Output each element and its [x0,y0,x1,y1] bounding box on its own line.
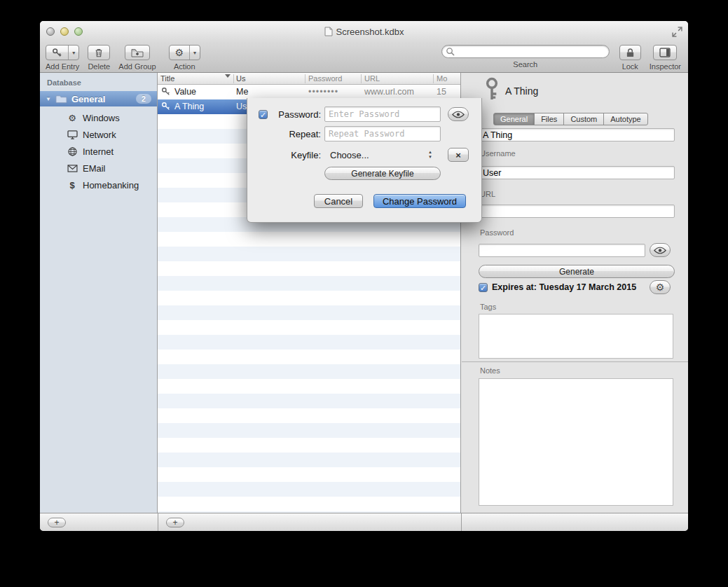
eye-icon [452,111,465,118]
search-input[interactable] [441,45,610,58]
sheet-password-label: Password: [247,109,321,120]
column-header-username[interactable]: Us [236,74,245,83]
trash-icon [94,48,104,58]
sheet-reveal-password-button[interactable] [448,107,469,121]
change-password-button[interactable]: Change Password [373,194,466,208]
search-icon [446,47,455,56]
group-label: General [71,94,105,104]
action-button[interactable]: ⚙ ▾ [169,45,201,60]
action-label: Action [174,62,195,71]
expires-checkbox[interactable]: ✓ [479,283,488,292]
cancel-button[interactable]: Cancel [314,194,363,208]
section-divider [462,361,688,362]
sort-arrow-icon [225,74,231,78]
url-field[interactable] [479,205,675,218]
generate-keyfile-button[interactable]: Generate Keyfile [324,167,441,180]
sidebar-header: Database [47,78,81,87]
toolbar: ▾ Add Entry Delete Add Group ⚙ ▾ Action [40,42,688,73]
gear-icon: ⚙ [175,48,184,57]
gear-icon: ⚙ [656,282,665,292]
eye-icon [654,247,666,254]
tags-input[interactable] [479,314,673,359]
tab-general[interactable]: General [493,113,535,125]
key-icon [161,102,171,111]
sheet-password-input[interactable] [324,106,441,122]
tab-custom[interactable]: Custom [563,113,604,125]
password-field[interactable] [479,244,645,257]
inspector-label: Inspector [650,62,681,71]
inspector-tabs: General Files Custom Autotype [493,113,648,125]
tab-autotype[interactable]: Autotype [603,113,647,125]
sidebar-group-general[interactable]: ▼ General 2 [40,91,157,106]
tab-files[interactable]: Files [534,113,564,125]
folder-icon [55,95,67,104]
sidebar-item-email[interactable]: EMail [40,161,157,175]
title-field[interactable] [479,128,675,141]
entry-key-icon [481,76,502,102]
lock-label: Lock [622,62,638,71]
sheet-repeat-input[interactable] [324,126,441,141]
add-entry-button[interactable]: ▾ [46,45,79,60]
fullscreen-icon[interactable] [672,27,682,37]
disclosure-triangle-icon[interactable]: ▼ [46,96,51,102]
entry-row[interactable]: Value Me •••••••• www.url.com 15 [158,85,460,99]
sidebar-item-network[interactable]: Network [40,127,157,141]
stepper-icon[interactable]: ▲▼ [428,150,432,159]
notes-label: Notes [480,366,500,375]
search-label: Search [513,60,537,69]
column-header-url[interactable]: URL [364,74,380,83]
dropdown-arrow-icon[interactable]: ▾ [189,46,200,60]
sidebar-item-windows[interactable]: ⚙ Windows [40,111,157,125]
key-icon [161,87,171,97]
titlebar[interactable]: Screenshot.kdbx [40,21,688,42]
sidebar-item-homebanking[interactable]: $ Homebanking [40,178,157,192]
url-label: URL [480,190,495,198]
monitor-icon [67,130,78,139]
change-password-sheet: ✓ Password: Repeat: Keyfile: Choose... ▲… [247,98,482,223]
add-entry-plus-button[interactable]: + [166,518,184,527]
inspector-entry-title: A Thing [505,85,538,97]
dropdown-arrow-icon[interactable]: ▾ [68,46,78,60]
group-badge: 2 [136,94,151,104]
key-icon [52,48,62,58]
delete-label: Delete [88,62,110,71]
folder-plus-icon [131,48,144,58]
sidebar: Database ▼ General 2 ⚙ Windows Network I… [40,73,158,513]
reveal-password-button[interactable] [650,243,671,257]
password-label: Password [480,228,514,237]
username-field[interactable] [479,166,675,179]
window-title: Screenshot.kdbx [40,21,688,42]
add-group-label: Add Group [118,62,156,71]
inspector-button[interactable] [653,45,677,60]
delete-button[interactable] [88,45,110,60]
expires-row: ✓ Expires at: Tuesday 17 March 2015 [479,282,636,292]
document-icon [324,27,333,36]
globe-icon [67,147,78,156]
column-header-title[interactable]: Title [160,74,174,83]
column-header-modified[interactable]: Mo [437,74,447,83]
expires-gear-button[interactable]: ⚙ [650,280,671,294]
generate-password-button[interactable]: Generate [479,265,675,278]
inspector-panel-icon [659,48,671,57]
add-group-button[interactable] [125,45,150,60]
add-group-plus-button[interactable]: + [48,518,66,527]
envelope-icon [67,165,78,172]
expires-label: Expires at: Tuesday 17 March 2015 [492,282,636,292]
bottom-bar: + + [40,513,688,531]
notes-input[interactable] [479,378,673,506]
lock-icon [626,48,635,58]
sidebar-item-internet[interactable]: Internet [40,144,157,158]
clear-keyfile-button[interactable]: × [448,148,469,162]
column-header-password[interactable]: Password [308,74,342,83]
inspector-panel: A Thing General Files Custom Autotype Us… [462,73,688,513]
lock-button[interactable] [619,45,641,60]
add-entry-label: Add Entry [46,62,79,71]
entry-list-header[interactable]: Title Us Password URL Mo [158,73,460,85]
dollar-icon: $ [67,180,78,191]
tags-label: Tags [480,303,496,311]
app-window: Screenshot.kdbx ▾ Add Entry Delete Add G… [40,21,688,531]
username-label: Username [480,149,516,158]
sheet-keyfile-label: Keyfile: [247,150,321,160]
gear-icon: ⚙ [67,113,78,123]
keyfile-popup[interactable]: Choose... [324,150,441,160]
